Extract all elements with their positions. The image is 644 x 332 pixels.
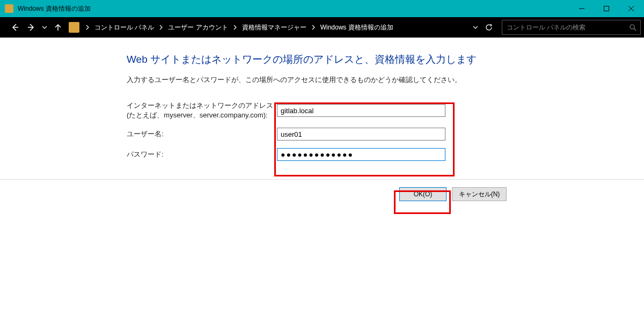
password-label: パスワード:	[127, 150, 277, 159]
search-box[interactable]	[502, 20, 641, 35]
breadcrumb-item[interactable]: Windows 資格情報の追加	[318, 23, 396, 32]
page-description: 入力するユーザー名とパスワードが、この場所へのアクセスに使用できるものかどうか確…	[127, 75, 623, 85]
password-input[interactable]: ●●●●●●●●●●●●●	[277, 148, 445, 161]
svg-point-7	[630, 25, 634, 29]
ok-button[interactable]: OK(O)	[399, 187, 447, 201]
close-button[interactable]	[619, 1, 643, 17]
window-title: Windows 資格情報の追加	[18, 4, 91, 13]
window-controls	[569, 1, 643, 17]
cancel-button[interactable]: キャンセル(N)	[452, 187, 507, 201]
chevron-right-icon	[157, 25, 165, 30]
breadcrumb-item[interactable]: 資格情報マネージャー	[240, 23, 309, 32]
navbar: コントロール パネル ユーザー アカウント 資格情報マネージャー Windows…	[0, 17, 644, 38]
titlebar-left: Windows 資格情報の追加	[1, 4, 91, 13]
folder-icon	[69, 22, 79, 33]
svg-rect-1	[604, 6, 609, 11]
chevron-right-icon	[231, 25, 239, 30]
username-label: ユーザー名:	[127, 129, 277, 139]
username-input[interactable]	[277, 128, 445, 141]
titlebar: Windows 資格情報の追加	[0, 0, 644, 17]
maximize-button[interactable]	[594, 1, 619, 17]
back-button[interactable]	[8, 20, 23, 35]
address-dropdown-button[interactable]	[471, 20, 480, 35]
search-input[interactable]	[506, 23, 628, 32]
chevron-right-icon	[310, 25, 317, 30]
credential-form: インターネットまたはネットワークのアドレス (たとえば、myserver、ser…	[127, 101, 623, 161]
dialog-buttons: OK(O) キャンセル(N)	[0, 179, 644, 201]
breadcrumb-item[interactable]: ユーザー アカウント	[166, 23, 230, 32]
up-button[interactable]	[50, 20, 65, 35]
app-icon	[5, 4, 13, 13]
chevron-right-icon	[84, 25, 91, 30]
forward-button[interactable]	[24, 20, 39, 35]
breadcrumb-item[interactable]: コントロール パネル	[92, 23, 156, 32]
recent-locations-button[interactable]	[40, 20, 49, 35]
search-icon[interactable]	[628, 24, 637, 31]
refresh-button[interactable]	[484, 20, 494, 35]
content-area: Web サイトまたはネットワークの場所のアドレスと、資格情報を入力します 入力す…	[0, 38, 644, 161]
svg-line-8	[634, 28, 636, 31]
page-heading: Web サイトまたはネットワークの場所のアドレスと、資格情報を入力します	[127, 53, 623, 67]
address-input[interactable]	[277, 104, 445, 117]
minimize-button[interactable]	[569, 1, 594, 17]
address-label: インターネットまたはネットワークのアドレス (たとえば、myserver、ser…	[127, 101, 277, 120]
